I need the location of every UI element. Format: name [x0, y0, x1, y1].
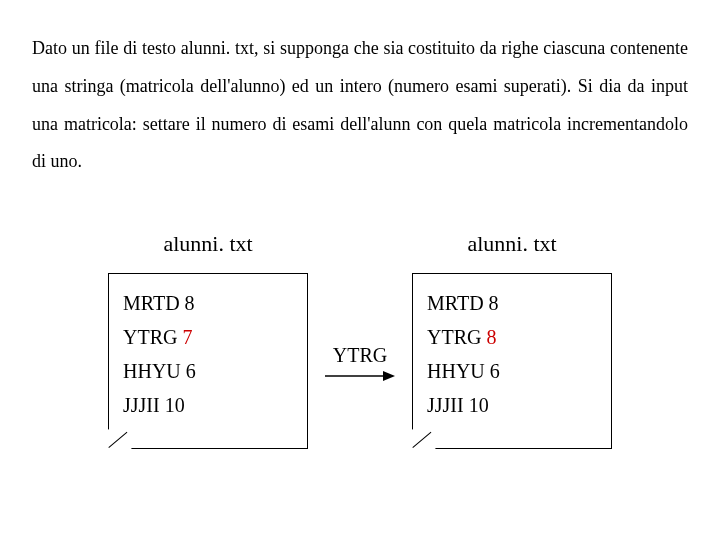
table-row: HHYU 6 — [427, 354, 597, 388]
table-row: HHYU 6 — [123, 354, 293, 388]
table-row: MRTD 8 — [427, 286, 597, 320]
file-left-box: MRTD 8 YTRG 7 HHYU 6 JJJII 10 — [108, 273, 308, 449]
file-left-title: alunni. txt — [163, 231, 252, 257]
files-row: alunni. txt MRTD 8 YTRG 7 HHYU 6 JJJII 1… — [32, 231, 688, 449]
page-fold-icon — [109, 428, 133, 448]
table-row: JJJII 10 — [123, 388, 293, 422]
svg-marker-1 — [383, 371, 395, 381]
problem-description: Dato un file di testo alunni. txt, si su… — [32, 30, 688, 181]
table-row: YTRG 7 — [123, 320, 293, 354]
file-right-box: MRTD 8 YTRG 8 HHYU 6 JJJII 10 — [412, 273, 612, 449]
arrow-right-icon — [325, 369, 395, 383]
file-right-title: alunni. txt — [467, 231, 556, 257]
arrow-label: YTRG — [333, 344, 387, 367]
arrow-block: YTRG — [320, 344, 400, 383]
table-row: JJJII 10 — [427, 388, 597, 422]
file-right-block: alunni. txt MRTD 8 YTRG 8 HHYU 6 JJJII 1… — [412, 231, 612, 449]
file-left-block: alunni. txt MRTD 8 YTRG 7 HHYU 6 JJJII 1… — [108, 231, 308, 449]
table-row: MRTD 8 — [123, 286, 293, 320]
table-row: YTRG 8 — [427, 320, 597, 354]
page-fold-icon — [413, 428, 437, 448]
